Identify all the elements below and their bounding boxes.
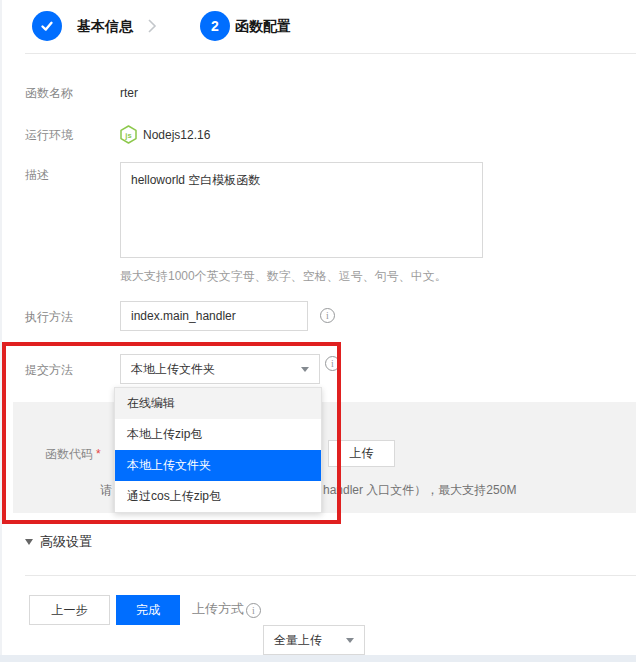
submit-method-label: 提交方法 bbox=[25, 363, 73, 377]
step2-number: 2 bbox=[211, 18, 219, 34]
function-code-panel: 函数代码* 上传 请 handler 入口文件），最大支持250M bbox=[13, 402, 636, 513]
step1-circle bbox=[32, 11, 62, 41]
header-divider bbox=[25, 53, 636, 54]
upload-mode-select-value: 全量上传 bbox=[274, 633, 322, 647]
previous-step-button[interactable]: 上一步 bbox=[29, 595, 110, 625]
handler-info-icon[interactable]: i bbox=[320, 308, 335, 323]
upload-mode-select[interactable]: 全量上传 bbox=[263, 625, 365, 655]
step2-label: 函数配置 bbox=[235, 19, 291, 33]
dropdown-option-cos-zip[interactable]: 通过cos上传zip包 bbox=[115, 481, 321, 512]
nodejs-icon: js bbox=[119, 125, 138, 144]
upload-mode-info-icon[interactable]: i bbox=[246, 603, 261, 618]
function-config-page: 基本信息 2 函数配置 函数名称 rter 运行环境 js Nodejs12.1… bbox=[0, 0, 636, 662]
required-asterisk: * bbox=[96, 447, 101, 461]
check-icon bbox=[39, 18, 55, 34]
step2-circle: 2 bbox=[200, 11, 230, 41]
submit-method-select-value: 本地上传文件夹 bbox=[131, 362, 215, 376]
handler-input[interactable] bbox=[120, 301, 308, 331]
chevron-down-icon bbox=[346, 638, 354, 643]
step1-label: 基本信息 bbox=[77, 19, 133, 33]
chevron-down-icon bbox=[301, 367, 309, 372]
code-help-prefix: 请 bbox=[100, 483, 112, 497]
triangle-down-icon bbox=[25, 539, 33, 545]
svg-text:js: js bbox=[124, 131, 131, 140]
function-name-value: rter bbox=[120, 86, 138, 100]
runtime-value: Nodejs12.16 bbox=[143, 128, 210, 142]
function-code-label: 函数代码* bbox=[45, 447, 101, 461]
description-label: 描述 bbox=[25, 168, 49, 182]
advanced-settings-label: 高级设置 bbox=[40, 534, 92, 549]
chevron-right-icon bbox=[147, 18, 157, 34]
page-left-edge bbox=[0, 0, 2, 655]
submit-method-dropdown-menu: 在线编辑 本地上传zip包 本地上传文件夹 通过cos上传zip包 bbox=[114, 387, 322, 513]
advanced-settings-toggle[interactable]: 高级设置 bbox=[25, 533, 92, 551]
submit-method-select[interactable]: 本地上传文件夹 bbox=[120, 354, 320, 384]
dropdown-option-local-zip[interactable]: 本地上传zip包 bbox=[115, 419, 321, 450]
function-name-label: 函数名称 bbox=[25, 86, 73, 100]
upload-mode-label: 上传方式 bbox=[192, 601, 244, 616]
finish-button[interactable]: 完成 bbox=[116, 595, 180, 625]
dropdown-option-online-edit[interactable]: 在线编辑 bbox=[115, 388, 321, 419]
submit-method-info-icon[interactable]: i bbox=[325, 356, 340, 371]
upload-mode: 上传方式i bbox=[192, 602, 261, 617]
handler-label: 执行方法 bbox=[25, 310, 73, 324]
description-textarea[interactable]: helloworld 空白模板函数 bbox=[120, 162, 483, 258]
dropdown-option-local-folder[interactable]: 本地上传文件夹 bbox=[115, 450, 321, 481]
description-help: 最大支持1000个英文字母、数字、空格、逗号、句号、中文。 bbox=[120, 269, 447, 283]
footer-divider bbox=[25, 575, 636, 576]
upload-button[interactable]: 上传 bbox=[328, 440, 395, 467]
code-help-text: handler 入口文件），最大支持250M bbox=[323, 483, 516, 497]
page-bottom-strip bbox=[0, 655, 636, 662]
runtime-label: 运行环境 bbox=[25, 128, 73, 142]
